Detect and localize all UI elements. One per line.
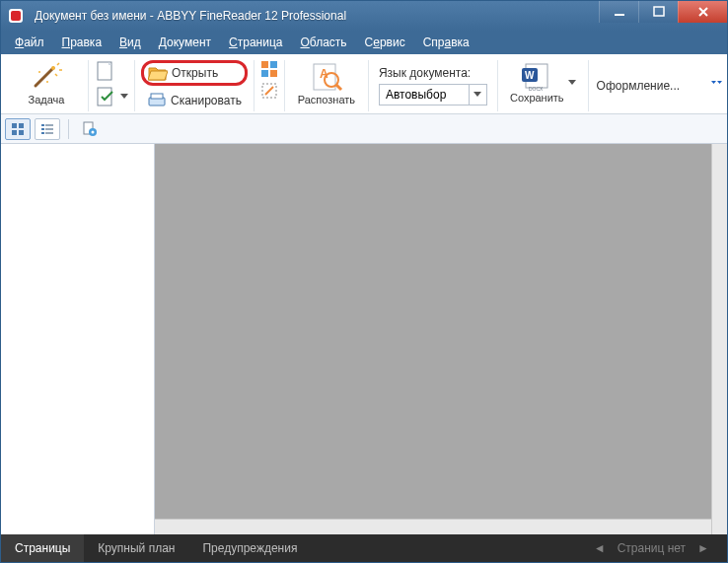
main-toolbar: Задача Открыть: [1, 54, 727, 114]
app-window: Документ без имени - ABBYY FineReader 12…: [0, 0, 728, 563]
wand-icon: [30, 62, 63, 92]
svg-rect-26: [12, 130, 17, 135]
scan-button[interactable]: Сканировать: [141, 90, 248, 111]
svg-rect-30: [41, 128, 44, 130]
svg-rect-13: [261, 70, 268, 77]
format-button[interactable]: Оформление...: [595, 73, 683, 99]
prev-page-button[interactable]: ◄: [588, 541, 612, 555]
menu-tools[interactable]: Сервис: [357, 33, 413, 52]
language-select[interactable]: Автовыбор: [379, 84, 487, 106]
tab-warnings[interactable]: Предупреждения: [188, 534, 311, 562]
recognize-button[interactable]: A Распознать: [291, 60, 362, 107]
chevron-down-icon: [120, 94, 128, 100]
toolbar-group-recognize: A Распознать: [285, 60, 369, 111]
svg-rect-25: [19, 123, 24, 128]
horizontal-scrollbar[interactable]: [155, 519, 711, 534]
page-icon: [95, 60, 114, 82]
language-value: Автовыбор: [380, 88, 469, 102]
toolbar-group-format: Оформление...: [589, 60, 689, 111]
page-gear-icon: [82, 121, 98, 137]
svg-rect-27: [19, 130, 24, 135]
svg-rect-33: [45, 132, 53, 134]
svg-point-5: [38, 71, 40, 73]
layout-icon: [260, 60, 278, 78]
view-thumbnails-button[interactable]: [5, 118, 31, 140]
open-label: Открыть: [172, 66, 218, 80]
svg-point-36: [92, 130, 95, 133]
titlebar: Документ без имени - ABBYY FineReader 12…: [1, 1, 727, 31]
next-page-button[interactable]: ►: [692, 541, 715, 555]
svg-rect-28: [41, 124, 44, 126]
layout-button[interactable]: [260, 60, 278, 78]
svg-rect-11: [261, 61, 268, 68]
toolbar-group-open-scan: Открыть Сканировать: [135, 60, 255, 111]
svg-rect-31: [45, 128, 53, 130]
window-title: Документ без имени - ABBYY FineReader 12…: [31, 9, 599, 23]
list-icon: [40, 122, 54, 136]
menu-page[interactable]: Страница: [221, 33, 290, 52]
svg-rect-1: [11, 11, 21, 21]
menubar: Файл Правка Вид Документ Страница Област…: [1, 31, 727, 54]
workarea: [1, 144, 727, 534]
svg-rect-14: [270, 70, 277, 77]
save-label: Сохранить: [510, 92, 564, 104]
menu-edit[interactable]: Правка: [54, 33, 110, 52]
svg-rect-3: [654, 7, 664, 16]
menu-view[interactable]: Вид: [111, 33, 149, 52]
toolbar-group-page-small: [89, 60, 135, 111]
vertical-scrollbar[interactable]: [711, 144, 727, 534]
toolbar-group-language: Язык документа: Автовыбор: [369, 60, 498, 111]
svg-rect-2: [615, 14, 624, 16]
recognize-label: Распознать: [298, 94, 355, 106]
svg-point-4: [51, 66, 55, 70]
toolbar-group-task: Задача: [5, 60, 89, 111]
window-controls: [599, 1, 727, 31]
new-page-button[interactable]: [95, 60, 128, 82]
task-button[interactable]: Задача: [11, 60, 82, 107]
scan-label: Сканировать: [171, 94, 242, 107]
svg-rect-24: [12, 123, 17, 128]
menu-file[interactable]: Файл: [7, 33, 52, 52]
svg-rect-8: [98, 88, 111, 106]
tab-zoom[interactable]: Крупный план: [84, 534, 188, 562]
chevron-down-icon[interactable]: [568, 80, 576, 86]
svg-rect-12: [270, 61, 277, 68]
word-docx-icon: WDOCX: [520, 62, 553, 92]
edit-layout-button[interactable]: [260, 82, 278, 100]
language-label: Язык документа:: [379, 66, 471, 80]
app-icon: [7, 7, 25, 25]
folder-open-icon: [148, 64, 168, 82]
minimize-button[interactable]: [599, 1, 638, 23]
maximize-button[interactable]: [638, 1, 678, 23]
document-canvas[interactable]: [155, 144, 727, 534]
svg-rect-29: [45, 124, 53, 126]
menu-help[interactable]: Справка: [415, 33, 477, 52]
task-label: Задача: [29, 94, 65, 106]
toolbar-expand-button[interactable]: [711, 76, 723, 92]
page-dropdown-button[interactable]: [95, 86, 128, 107]
thumbnails-icon: [11, 122, 25, 136]
scanner-icon: [147, 92, 167, 109]
page-check-icon: [95, 86, 114, 107]
close-button[interactable]: [678, 1, 727, 23]
page-navigation: ◄ Страниц нет ►: [576, 541, 727, 555]
bottom-tabs: Страницы Крупный план Предупреждения ◄ С…: [1, 534, 727, 562]
view-settings-button[interactable]: [77, 118, 103, 140]
chevron-down-icon: [469, 85, 486, 105]
svg-text:W: W: [525, 70, 535, 81]
svg-line-19: [336, 85, 341, 90]
menu-document[interactable]: Документ: [151, 33, 219, 52]
toolbar-group-analyze-small: [255, 60, 285, 111]
save-button[interactable]: WDOCX Сохранить: [504, 60, 582, 106]
view-list-button[interactable]: [35, 118, 60, 140]
pages-status: Страниц нет: [618, 541, 686, 555]
format-label: Оформление...: [597, 79, 681, 93]
svg-point-6: [46, 81, 48, 83]
view-toolbar: [1, 114, 727, 144]
menu-area[interactable]: Область: [292, 33, 354, 52]
open-button[interactable]: Открыть: [141, 60, 248, 86]
separator: [68, 119, 69, 139]
recognize-icon: A: [310, 62, 343, 92]
tab-pages[interactable]: Страницы: [1, 534, 84, 562]
pages-panel[interactable]: [1, 144, 155, 534]
